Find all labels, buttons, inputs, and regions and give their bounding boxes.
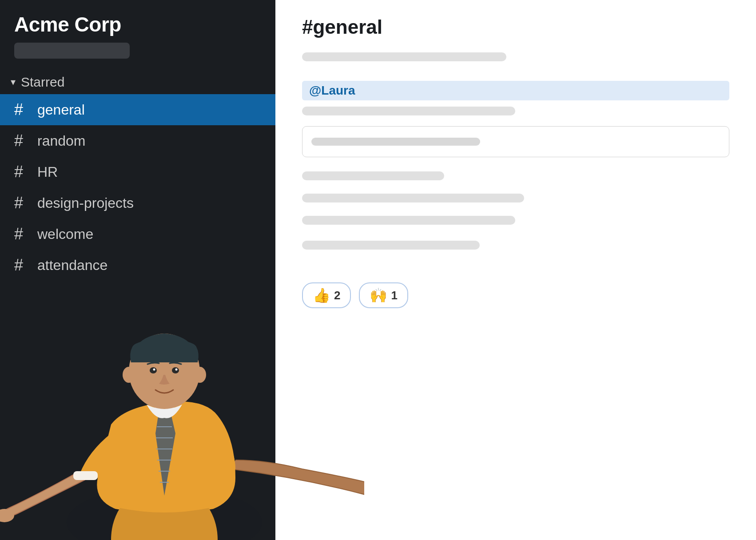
placeholder-line-2 xyxy=(302,107,515,115)
channel-name: HR xyxy=(37,164,58,180)
workspace-name: Acme Corp xyxy=(14,12,261,36)
channel-hash-icon: # xyxy=(14,225,27,243)
channel-item-random[interactable]: # random xyxy=(0,125,275,156)
starred-label: Starred xyxy=(21,75,64,90)
sidebar: Acme Corp ▾ Starred # general # random #… xyxy=(0,0,275,540)
channel-item-HR[interactable]: # HR xyxy=(0,156,275,187)
reactions-row: 👍 2 🙌 1 xyxy=(302,282,729,308)
channel-list: # general # random # HR # design-project… xyxy=(0,94,275,281)
reaction-emoji-icon: 👍 xyxy=(313,287,330,304)
placeholder-line-6 xyxy=(302,241,480,250)
reaction-count: 1 xyxy=(391,289,397,302)
content-lines xyxy=(302,171,729,232)
mention-badge[interactable]: @Laura xyxy=(302,81,729,100)
main-content: #general @Laura 👍 2 🙌 1 xyxy=(275,0,756,540)
channel-name: attendance xyxy=(37,257,107,274)
channel-hash-icon: # xyxy=(14,100,27,119)
channel-item-design-projects[interactable]: # design-projects xyxy=(0,187,275,218)
search-bar[interactable] xyxy=(14,43,130,59)
reaction-count: 2 xyxy=(334,289,340,302)
channel-item-general[interactable]: # general xyxy=(0,94,275,125)
message-input-box[interactable] xyxy=(302,126,729,157)
channel-hash-icon: # xyxy=(14,256,27,274)
placeholder-line-3 xyxy=(302,171,444,180)
channel-hash-icon: # xyxy=(14,131,27,150)
placeholder-line-1 xyxy=(302,52,506,61)
message-input-placeholder xyxy=(311,138,480,146)
channel-hash-icon: # xyxy=(14,163,27,181)
placeholder-line-4 xyxy=(302,194,524,202)
sidebar-header: Acme Corp xyxy=(0,0,275,67)
channel-item-welcome[interactable]: # welcome xyxy=(0,218,275,250)
channel-name: random xyxy=(37,133,86,149)
reaction-badge-🙌[interactable]: 🙌 1 xyxy=(359,282,408,308)
reaction-emoji-icon: 🙌 xyxy=(370,287,387,304)
channel-name: general xyxy=(37,102,85,118)
collapse-arrow-icon: ▾ xyxy=(11,76,16,88)
channel-item-attendance[interactable]: # attendance xyxy=(0,250,275,281)
reaction-badge-👍[interactable]: 👍 2 xyxy=(302,282,351,308)
channel-name: design-projects xyxy=(37,195,134,211)
channel-hash-icon: # xyxy=(14,194,27,212)
starred-section-header[interactable]: ▾ Starred xyxy=(0,67,275,94)
channel-title: #general xyxy=(302,16,729,38)
channel-name: welcome xyxy=(37,226,93,242)
placeholder-line-5 xyxy=(302,216,515,225)
